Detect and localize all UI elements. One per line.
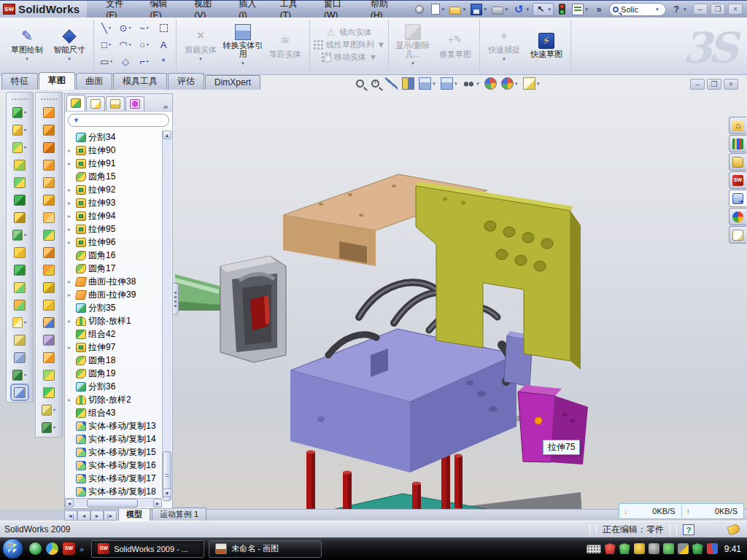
surface-tool-icon[interactable]: ▼: [42, 403, 56, 416]
surface-tool-icon[interactable]: [42, 368, 56, 381]
feature-tool-icon[interactable]: [12, 298, 27, 311]
spline-icon[interactable]: ~▼: [135, 20, 154, 36]
trim-entities-button[interactable]: ×剪裁实体▼: [179, 26, 222, 63]
tree-item[interactable]: ▸圆角16: [66, 249, 162, 262]
expand-icon[interactable]: ▸: [68, 226, 74, 233]
tab-特征[interactable]: 特征: [1, 73, 38, 90]
doc-minimize-button[interactable]: –: [690, 79, 705, 90]
tree-item[interactable]: ▸拉伸97: [66, 341, 162, 354]
tree-filter-input[interactable]: ▼: [68, 114, 169, 127]
scroll-up-icon[interactable]: ▲: [163, 131, 171, 139]
pin-button[interactable]: [412, 3, 427, 16]
text-icon[interactable]: A: [154, 36, 173, 53]
restore-button[interactable]: ❐: [711, 4, 725, 15]
tree-item[interactable]: ▸圆角19: [66, 367, 162, 380]
tree-item[interactable]: ▸实体-移动/复制17: [66, 472, 162, 485]
sketch-button[interactable]: ✎草图绘制▼: [6, 26, 48, 63]
tree-item[interactable]: ▸拉伸90: [66, 144, 162, 157]
quick-tips-icon[interactable]: ?: [683, 524, 694, 535]
tree-item[interactable]: ▸实体-移动/复制18: [66, 485, 162, 497]
taskbar-button[interactable]: SWSolidWorks 2009 - ...: [91, 540, 204, 558]
search-input[interactable]: Solic: [621, 5, 653, 14]
point-icon[interactable]: *: [154, 53, 173, 70]
solidworks-resources-tab[interactable]: SW: [729, 171, 746, 189]
tree-item[interactable]: ▸拉伸93: [66, 196, 162, 209]
tree-horizontal-scrollbar[interactable]: ◄ ►: [65, 498, 162, 508]
feature-tool-icon[interactable]: ▼: [12, 106, 27, 119]
display-style-button[interactable]: ▼: [441, 77, 458, 90]
quick-launch-overflow-icon[interactable]: »: [80, 545, 84, 553]
display-delete-relations-button[interactable]: 显示/删除几...▼: [392, 22, 434, 68]
tab-模具工具[interactable]: 模具工具: [113, 73, 167, 90]
mirror-entities-button[interactable]: ⚠镜向实体: [326, 27, 371, 38]
antivirus-alert-icon[interactable]: [605, 543, 616, 554]
slot-icon[interactable]: ▭▼: [97, 53, 116, 70]
360-safety-icon[interactable]: [46, 542, 58, 555]
expand-icon[interactable]: ▸: [68, 397, 74, 403]
start-button[interactable]: [2, 538, 23, 559]
circle-icon[interactable]: ⊙▼: [116, 20, 135, 36]
tree-item[interactable]: ▸拉伸91: [66, 157, 162, 170]
new-document-button[interactable]: ▼: [428, 3, 446, 15]
yellow-bracket[interactable]: [416, 182, 581, 370]
edit-appearance-button[interactable]: [484, 77, 497, 90]
tree-item[interactable]: ▸切除-放样2: [66, 393, 162, 406]
expand-icon[interactable]: ▸: [68, 279, 74, 285]
surface-tool-icon[interactable]: [42, 176, 56, 189]
tree-item[interactable]: ▸实体-移动/复制14: [66, 432, 162, 446]
magnifying-glass-button[interactable]: [385, 77, 398, 90]
tree-item[interactable]: ▸拉伸96: [66, 236, 162, 249]
expand-icon[interactable]: ▸: [68, 147, 74, 154]
badge-icon[interactable]: [634, 543, 645, 554]
offset-entities-button[interactable]: ≋等距实体: [264, 31, 306, 58]
surface-tool-icon[interactable]: [42, 316, 56, 329]
expand-icon[interactable]: ▸: [68, 344, 74, 351]
tree-item[interactable]: ▸曲面-拉伸39: [66, 288, 162, 301]
tree-item[interactable]: ▸拉伸95: [66, 222, 162, 236]
tree-item[interactable]: ▸拉伸92: [66, 183, 162, 196]
quick-snaps-button[interactable]: ⌖快速捕捉▼: [483, 26, 525, 63]
model-nav-button-1[interactable]: ◄: [77, 510, 90, 521]
input-keyboard-icon[interactable]: [587, 545, 601, 553]
close-button[interactable]: ×: [728, 4, 743, 15]
feature-tool-icon[interactable]: [12, 263, 27, 276]
move-entities-button[interactable]: 移动实体▼: [321, 52, 377, 63]
green-rod[interactable]: [175, 274, 222, 311]
home-tab[interactable]: ⌂: [729, 117, 746, 134]
tree-item[interactable]: ▸切除-放样1: [66, 314, 162, 327]
hscroll-thumb[interactable]: [87, 499, 138, 508]
ellipse-icon[interactable]: ○▼: [135, 36, 154, 53]
expand-icon[interactable]: ▸: [68, 239, 74, 246]
traffic-light-button[interactable]: [555, 3, 569, 15]
surface-tool-icon[interactable]: [42, 246, 56, 259]
feature-manager-tab[interactable]: [66, 95, 85, 111]
feature-tool-icon[interactable]: [12, 211, 27, 224]
search-box[interactable]: Solic ▼: [609, 3, 666, 16]
convert-entities-button[interactable]: 转换实体引用▼: [222, 22, 264, 68]
feature-tool-icon[interactable]: [12, 281, 27, 294]
feature-tool-icon[interactable]: [12, 351, 27, 364]
line-icon[interactable]: ╲▼: [97, 20, 116, 36]
update-blocked-icon[interactable]: [707, 543, 718, 554]
surface-tool-icon[interactable]: [42, 158, 56, 171]
surface-tool-icon[interactable]: ▼: [42, 421, 56, 434]
scroll-left-icon[interactable]: ◄: [65, 499, 74, 508]
rectangle-icon[interactable]: □▼: [97, 36, 116, 53]
property-manager-tab[interactable]: [86, 96, 105, 111]
tree-item[interactable]: ▸分割35: [66, 301, 162, 314]
surface-tool-icon[interactable]: [42, 263, 56, 276]
minimize-button[interactable]: –: [693, 4, 708, 15]
feature-tool-icon[interactable]: [12, 158, 27, 171]
tree-item[interactable]: ▸曲面-拉伸38: [66, 275, 162, 288]
configuration-manager-tab[interactable]: [106, 96, 125, 111]
tab-曲面[interactable]: 曲面: [76, 73, 112, 90]
zoom-area-button[interactable]: [370, 78, 381, 89]
file-explorer-tab[interactable]: [729, 153, 746, 171]
phone-icon[interactable]: [663, 543, 674, 554]
surface-tool-icon[interactable]: [42, 351, 56, 364]
tab-评估[interactable]: 评估: [168, 73, 204, 90]
tree-item[interactable]: ▸组合42: [66, 327, 162, 341]
shield-lightning-icon[interactable]: [619, 543, 630, 554]
feature-tool-icon[interactable]: ▼: [12, 141, 27, 154]
print-button[interactable]: ▼: [490, 4, 510, 15]
